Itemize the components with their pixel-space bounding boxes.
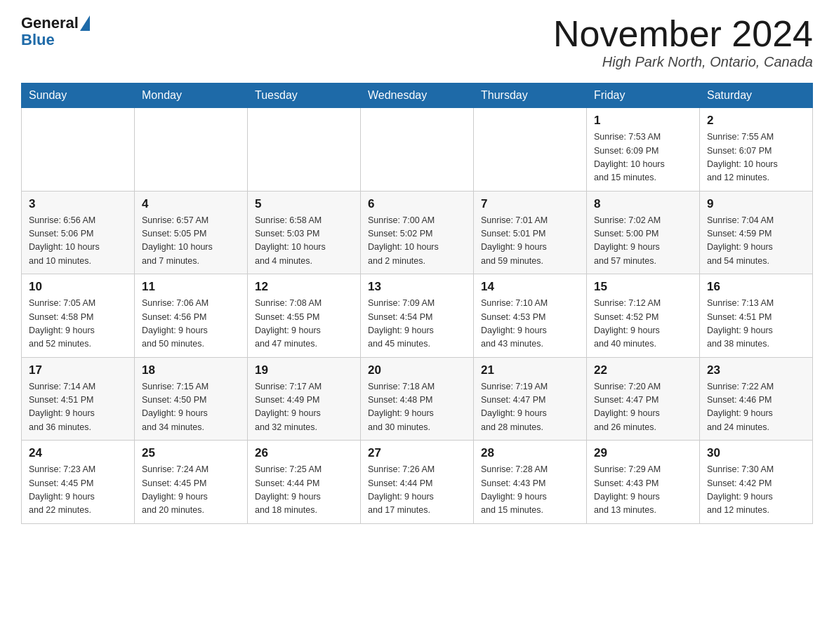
calendar-week-row: 24Sunrise: 7:23 AMSunset: 4:45 PMDayligh… <box>22 441 813 524</box>
calendar-cell: 26Sunrise: 7:25 AMSunset: 4:44 PMDayligh… <box>248 441 361 524</box>
calendar-cell: 14Sunrise: 7:10 AMSunset: 4:53 PMDayligh… <box>474 274 587 358</box>
day-number: 26 <box>255 446 353 460</box>
day-number: 23 <box>707 363 805 377</box>
month-title: November 2024 <box>553 14 813 54</box>
calendar-cell: 24Sunrise: 7:23 AMSunset: 4:45 PMDayligh… <box>22 441 135 524</box>
day-number: 4 <box>142 197 240 211</box>
day-info: Sunrise: 7:20 AMSunset: 4:47 PMDaylight:… <box>594 380 692 435</box>
calendar-cell: 19Sunrise: 7:17 AMSunset: 4:49 PMDayligh… <box>248 357 361 441</box>
day-number: 12 <box>255 280 353 294</box>
day-info: Sunrise: 7:17 AMSunset: 4:49 PMDaylight:… <box>255 380 353 435</box>
calendar-table: SundayMondayTuesdayWednesdayThursdayFrid… <box>21 83 813 524</box>
calendar-cell: 28Sunrise: 7:28 AMSunset: 4:43 PMDayligh… <box>474 441 587 524</box>
day-info: Sunrise: 7:26 AMSunset: 4:44 PMDaylight:… <box>368 463 466 518</box>
day-number: 11 <box>142 280 240 294</box>
day-info: Sunrise: 7:19 AMSunset: 4:47 PMDaylight:… <box>481 380 579 435</box>
day-info: Sunrise: 7:53 AMSunset: 6:09 PMDaylight:… <box>594 130 692 185</box>
day-number: 2 <box>707 114 805 128</box>
day-number: 6 <box>368 197 466 211</box>
calendar-cell: 7Sunrise: 7:01 AMSunset: 5:01 PMDaylight… <box>474 191 587 274</box>
day-info: Sunrise: 7:05 AMSunset: 4:58 PMDaylight:… <box>29 297 127 351</box>
calendar-cell: 10Sunrise: 7:05 AMSunset: 4:58 PMDayligh… <box>22 274 135 358</box>
day-number: 29 <box>594 446 692 460</box>
calendar-cell: 23Sunrise: 7:22 AMSunset: 4:46 PMDayligh… <box>700 357 813 441</box>
calendar-cell <box>135 108 248 192</box>
day-of-week-header: Thursday <box>474 83 587 108</box>
calendar-cell: 11Sunrise: 7:06 AMSunset: 4:56 PMDayligh… <box>135 274 248 358</box>
calendar-cell: 4Sunrise: 6:57 AMSunset: 5:05 PMDaylight… <box>135 191 248 274</box>
day-number: 7 <box>481 197 579 211</box>
day-of-week-header: Monday <box>135 83 248 108</box>
calendar-cell: 8Sunrise: 7:02 AMSunset: 5:00 PMDaylight… <box>587 191 700 274</box>
calendar-cell <box>248 108 361 192</box>
location-subtitle: High Park North, Ontario, Canada <box>553 54 813 70</box>
calendar-cell: 22Sunrise: 7:20 AMSunset: 4:47 PMDayligh… <box>587 357 700 441</box>
calendar-cell <box>361 108 474 192</box>
day-info: Sunrise: 6:56 AMSunset: 5:06 PMDaylight:… <box>29 214 127 269</box>
day-number: 14 <box>481 280 579 294</box>
calendar-header-row: SundayMondayTuesdayWednesdayThursdayFrid… <box>22 83 813 108</box>
logo-blue-text: Blue <box>21 31 55 49</box>
calendar-cell: 3Sunrise: 6:56 AMSunset: 5:06 PMDaylight… <box>22 191 135 274</box>
calendar-cell <box>22 108 135 192</box>
calendar-cell <box>474 108 587 192</box>
day-number: 27 <box>368 446 466 460</box>
calendar-cell: 29Sunrise: 7:29 AMSunset: 4:43 PMDayligh… <box>587 441 700 524</box>
day-info: Sunrise: 7:28 AMSunset: 4:43 PMDaylight:… <box>481 463 579 518</box>
calendar-cell: 16Sunrise: 7:13 AMSunset: 4:51 PMDayligh… <box>700 274 813 358</box>
day-number: 22 <box>594 363 692 377</box>
day-info: Sunrise: 7:22 AMSunset: 4:46 PMDaylight:… <box>707 380 805 435</box>
day-of-week-header: Wednesday <box>361 83 474 108</box>
page-header: General Blue November 2024 High Park Nor… <box>21 14 813 70</box>
day-number: 21 <box>481 363 579 377</box>
day-info: Sunrise: 7:30 AMSunset: 4:42 PMDaylight:… <box>707 463 805 518</box>
day-info: Sunrise: 7:14 AMSunset: 4:51 PMDaylight:… <box>29 380 127 435</box>
day-of-week-header: Saturday <box>700 83 813 108</box>
logo: General Blue <box>21 14 91 49</box>
day-info: Sunrise: 6:58 AMSunset: 5:03 PMDaylight:… <box>255 214 353 269</box>
day-number: 9 <box>707 197 805 211</box>
day-number: 10 <box>29 280 127 294</box>
calendar-cell: 20Sunrise: 7:18 AMSunset: 4:48 PMDayligh… <box>361 357 474 441</box>
calendar-week-row: 10Sunrise: 7:05 AMSunset: 4:58 PMDayligh… <box>22 274 813 358</box>
calendar-cell: 5Sunrise: 6:58 AMSunset: 5:03 PMDaylight… <box>248 191 361 274</box>
day-info: Sunrise: 7:29 AMSunset: 4:43 PMDaylight:… <box>594 463 692 518</box>
calendar-cell: 2Sunrise: 7:55 AMSunset: 6:07 PMDaylight… <box>700 108 813 192</box>
day-info: Sunrise: 6:57 AMSunset: 5:05 PMDaylight:… <box>142 214 240 269</box>
day-info: Sunrise: 7:09 AMSunset: 4:54 PMDaylight:… <box>368 297 466 351</box>
day-info: Sunrise: 7:02 AMSunset: 5:00 PMDaylight:… <box>594 214 692 269</box>
day-number: 5 <box>255 197 353 211</box>
calendar-cell: 6Sunrise: 7:00 AMSunset: 5:02 PMDaylight… <box>361 191 474 274</box>
day-info: Sunrise: 7:24 AMSunset: 4:45 PMDaylight:… <box>142 463 240 518</box>
day-number: 3 <box>29 197 127 211</box>
calendar-cell: 15Sunrise: 7:12 AMSunset: 4:52 PMDayligh… <box>587 274 700 358</box>
title-block: November 2024 High Park North, Ontario, … <box>553 14 813 70</box>
calendar-week-row: 1Sunrise: 7:53 AMSunset: 6:09 PMDaylight… <box>22 108 813 192</box>
day-number: 25 <box>142 446 240 460</box>
calendar-cell: 17Sunrise: 7:14 AMSunset: 4:51 PMDayligh… <box>22 357 135 441</box>
calendar-week-row: 3Sunrise: 6:56 AMSunset: 5:06 PMDaylight… <box>22 191 813 274</box>
day-number: 17 <box>29 363 127 377</box>
day-number: 15 <box>594 280 692 294</box>
calendar-cell: 18Sunrise: 7:15 AMSunset: 4:50 PMDayligh… <box>135 357 248 441</box>
calendar-cell: 25Sunrise: 7:24 AMSunset: 4:45 PMDayligh… <box>135 441 248 524</box>
day-of-week-header: Friday <box>587 83 700 108</box>
day-number: 19 <box>255 363 353 377</box>
day-number: 24 <box>29 446 127 460</box>
calendar-cell: 13Sunrise: 7:09 AMSunset: 4:54 PMDayligh… <box>361 274 474 358</box>
day-info: Sunrise: 7:04 AMSunset: 4:59 PMDaylight:… <box>707 214 805 269</box>
day-info: Sunrise: 7:08 AMSunset: 4:55 PMDaylight:… <box>255 297 353 351</box>
calendar-cell: 9Sunrise: 7:04 AMSunset: 4:59 PMDaylight… <box>700 191 813 274</box>
calendar-week-row: 17Sunrise: 7:14 AMSunset: 4:51 PMDayligh… <box>22 357 813 441</box>
day-info: Sunrise: 7:18 AMSunset: 4:48 PMDaylight:… <box>368 380 466 435</box>
day-number: 16 <box>707 280 805 294</box>
day-of-week-header: Sunday <box>22 83 135 108</box>
calendar-cell: 21Sunrise: 7:19 AMSunset: 4:47 PMDayligh… <box>474 357 587 441</box>
day-number: 20 <box>368 363 466 377</box>
calendar-cell: 27Sunrise: 7:26 AMSunset: 4:44 PMDayligh… <box>361 441 474 524</box>
calendar-cell: 1Sunrise: 7:53 AMSunset: 6:09 PMDaylight… <box>587 108 700 192</box>
day-info: Sunrise: 7:06 AMSunset: 4:56 PMDaylight:… <box>142 297 240 351</box>
logo-triangle-icon <box>80 15 90 31</box>
day-info: Sunrise: 7:01 AMSunset: 5:01 PMDaylight:… <box>481 214 579 269</box>
day-info: Sunrise: 7:00 AMSunset: 5:02 PMDaylight:… <box>368 214 466 269</box>
